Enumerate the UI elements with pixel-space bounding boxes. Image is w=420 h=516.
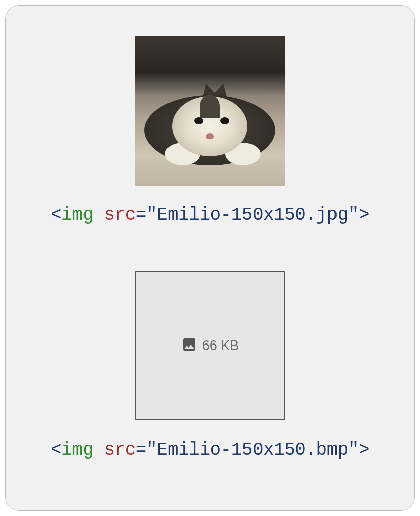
image-icon bbox=[181, 336, 197, 355]
code-snippet-jpg: <img src="Emilio-150x150.jpg"> bbox=[51, 205, 369, 225]
attr-name: src bbox=[104, 440, 135, 460]
file-size-label: 66 KB bbox=[202, 338, 239, 354]
attr-value: "Emilio-150x150.jpg" bbox=[146, 205, 359, 225]
examples-panel: <img src="Emilio-150x150.jpg"> 66 KB <im… bbox=[5, 5, 415, 511]
attr-value: "Emilio-150x150.bmp" bbox=[146, 440, 359, 460]
cat-photo bbox=[135, 36, 285, 186]
code-snippet-bmp: <img src="Emilio-150x150.bmp"> bbox=[51, 440, 369, 460]
angle-close: > bbox=[359, 440, 369, 460]
tag-name: img bbox=[61, 205, 93, 225]
angle-close: > bbox=[359, 205, 369, 225]
example-jpg: <img src="Emilio-150x150.jpg"> bbox=[51, 36, 369, 225]
attr-name: src bbox=[104, 205, 135, 225]
image-placeholder: 66 KB bbox=[135, 271, 285, 420]
angle-open: < bbox=[51, 205, 61, 225]
tag-name: img bbox=[61, 440, 93, 460]
equals-sign: = bbox=[136, 205, 146, 225]
angle-open: < bbox=[51, 440, 61, 460]
equals-sign: = bbox=[136, 440, 146, 460]
example-bmp: 66 KB <img src="Emilio-150x150.bmp"> bbox=[51, 271, 369, 460]
